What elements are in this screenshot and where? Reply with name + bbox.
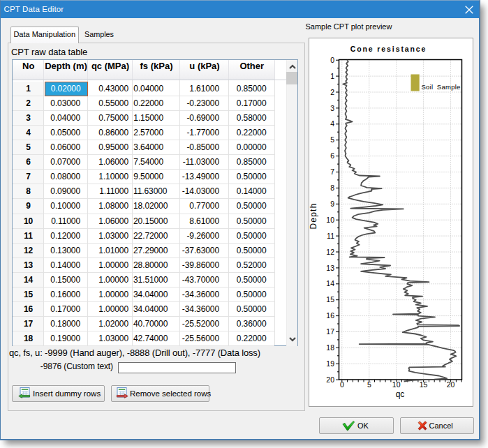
svg-text:7: 7 [330,167,334,176]
svg-text:15: 15 [419,380,427,389]
svg-text:qc: qc [395,389,404,399]
svg-text:5: 5 [330,135,334,144]
svg-text:14: 14 [326,279,334,288]
svg-text:8: 8 [330,184,334,192]
svg-text:3: 3 [330,104,334,112]
svg-text:17: 17 [326,327,334,336]
svg-text:Cone resistance: Cone resistance [350,45,427,53]
svg-text:13: 13 [326,264,334,272]
svg-text:Depth: Depth [309,202,318,229]
svg-text:1: 1 [330,72,334,80]
svg-text:19: 19 [326,359,334,368]
svg-text:5: 5 [367,380,371,389]
svg-text:9: 9 [330,200,334,208]
svg-text:16: 16 [326,311,334,320]
svg-text:4: 4 [330,119,334,128]
svg-text:0: 0 [339,380,343,389]
svg-text:20: 20 [326,375,334,384]
svg-text:6: 6 [330,151,334,160]
svg-text:12: 12 [326,248,334,256]
svg-text:20: 20 [446,380,454,389]
svg-text:10: 10 [326,216,334,224]
svg-text:Soil Sample: Soil Sample [421,83,460,91]
svg-text:15: 15 [326,295,334,304]
svg-text:0: 0 [330,56,334,64]
svg-text:10: 10 [392,380,400,389]
svg-text:18: 18 [326,343,334,352]
svg-text:2: 2 [330,88,334,96]
svg-text:11: 11 [327,232,334,240]
